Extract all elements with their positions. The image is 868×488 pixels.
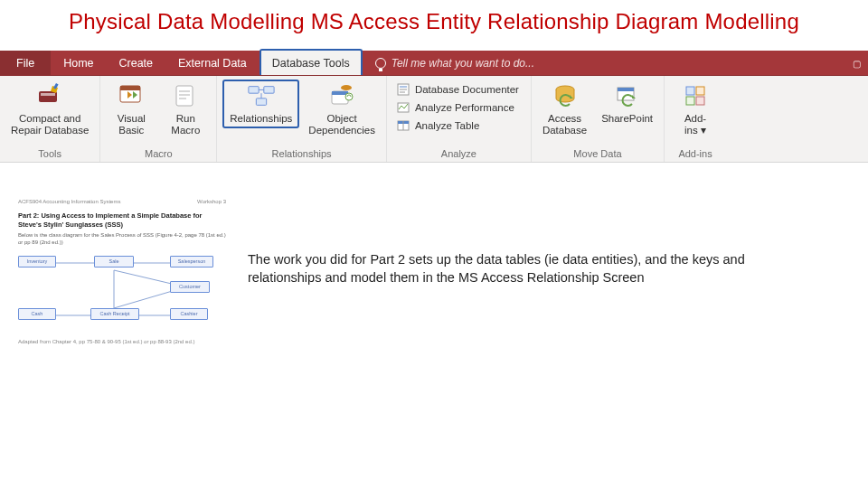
entity-salesperson: Salesperson [170, 256, 213, 267]
relationships-icon [247, 81, 276, 110]
tab-file[interactable]: File [0, 51, 51, 75]
erd-diagram: Inventory Sale Salesperson Customer Cash… [18, 252, 217, 333]
entity-customer: Customer [170, 281, 210, 293]
svg-line-38 [114, 270, 175, 285]
compact-repair-button[interactable]: Compact and Repair Database [5, 80, 94, 136]
run-macro-label: Run Macro [171, 113, 200, 136]
svg-rect-34 [686, 97, 694, 105]
analyze-table-label: Analyze Table [415, 120, 479, 131]
relationships-label: Relationships [230, 113, 292, 125]
entity-sale: Sale [94, 256, 134, 267]
thumb-footer: Adapted from Chapter 4, pp 75-80 & 90-95… [18, 339, 226, 346]
svg-rect-1 [41, 93, 55, 96]
sharepoint-label: SharePoint [601, 113, 653, 125]
group-move-data-label: Move Data [537, 146, 658, 162]
tab-database-tools[interactable]: Database Tools [259, 49, 363, 75]
svg-rect-35 [696, 97, 704, 105]
entity-inventory: Inventory [18, 256, 56, 267]
svg-rect-11 [249, 87, 259, 94]
object-dependencies-icon [327, 81, 356, 110]
group-analyze: Database Documenter Analyze Performance … [387, 76, 532, 162]
analyze-table-icon [396, 118, 410, 133]
compact-repair-label: Compact and Repair Database [11, 113, 89, 136]
tab-create[interactable]: Create [107, 51, 166, 75]
run-macro-icon [171, 81, 200, 110]
visual-basic-button[interactable]: Visual Basic [106, 80, 156, 136]
document-thumbnail: ACFS904 Accounting Information Systems W… [18, 199, 226, 346]
ribbon-tab-strip: File Home Create External Data Database … [0, 51, 868, 76]
group-tools-label: Tools [5, 146, 94, 162]
visual-basic-icon [117, 81, 146, 110]
tell-me-placeholder: Tell me what you want to do... [392, 57, 534, 70]
analyze-performance-label: Analyze Performance [415, 102, 514, 113]
addins-label: Add- ins ▾ [684, 113, 706, 136]
relationships-button[interactable]: Relationships [222, 80, 299, 128]
tab-home[interactable]: Home [51, 51, 106, 75]
group-tools: Compact and Repair Database Tools [0, 76, 100, 162]
group-relationships: Relationships Object Dependencies Relati… [217, 76, 387, 162]
analyze-performance-button[interactable]: Analyze Performance [392, 99, 523, 116]
group-macro: Visual Basic Run Macro Macro [100, 76, 217, 162]
tell-me-search[interactable]: Tell me what you want to do... [363, 51, 534, 75]
tab-external-data[interactable]: External Data [165, 51, 259, 75]
svg-rect-30 [618, 88, 634, 91]
svg-rect-0 [39, 91, 57, 102]
run-macro-button[interactable]: Run Macro [160, 80, 211, 136]
thumb-subtitle: Below is the class diagram for the Sales… [18, 232, 226, 247]
group-analyze-label: Analyze [392, 146, 525, 162]
analyze-performance-icon [396, 100, 410, 115]
access-database-label: Access Database [542, 113, 587, 136]
slide-title: Physical Data Modelling MS Access Entity… [0, 0, 868, 51]
ribbon-collapse-icon[interactable]: ▢ [853, 58, 861, 68]
svg-rect-32 [686, 87, 694, 95]
svg-rect-13 [256, 99, 266, 106]
svg-point-18 [345, 93, 353, 100]
lower-content: ACFS904 Accounting Information Systems W… [0, 163, 868, 346]
database-documenter-label: Database Documenter [415, 84, 519, 95]
visual-basic-label: Visual Basic [118, 113, 146, 136]
entity-cash-receipt: Cash Receipt [90, 308, 139, 320]
object-dependencies-button[interactable]: Object Dependencies [303, 80, 381, 136]
svg-line-42 [114, 290, 175, 308]
group-macro-label: Macro [106, 146, 211, 162]
database-documenter-button[interactable]: Database Documenter [392, 81, 523, 98]
group-addins: Add- ins ▾ Add-ins [665, 76, 726, 162]
addins-button[interactable]: Add- ins ▾ [670, 80, 721, 136]
group-relationships-label: Relationships [222, 146, 381, 162]
thumb-workshop: Workshop 3 [197, 199, 226, 206]
access-database-icon [551, 81, 580, 110]
object-dependencies-label: Object Dependencies [308, 113, 375, 136]
thumb-title: Part 2: Using Access to Implement a Simp… [18, 211, 226, 230]
database-documenter-icon [396, 82, 410, 97]
analyze-table-button[interactable]: Analyze Table [392, 117, 523, 134]
ribbon-body: Compact and Repair Database Tools Visual… [0, 76, 868, 163]
thumb-course: ACFS904 Accounting Information Systems [18, 199, 120, 206]
entity-cash: Cash [18, 308, 56, 320]
sharepoint-icon [613, 81, 642, 110]
svg-rect-12 [264, 87, 274, 94]
svg-rect-7 [176, 86, 193, 106]
sharepoint-button[interactable]: SharePoint [596, 80, 658, 125]
svg-rect-17 [332, 91, 348, 95]
body-paragraph: The work you did for Part 2 sets up the … [248, 199, 754, 346]
svg-rect-33 [696, 87, 704, 95]
addins-icon [681, 81, 710, 110]
lightbulb-icon [375, 58, 386, 69]
access-database-button[interactable]: Access Database [537, 80, 592, 136]
compact-repair-icon [35, 81, 64, 110]
entity-cashier: Cashier [170, 308, 208, 320]
group-move-data: Access Database SharePoint Move Data [532, 76, 665, 162]
svg-rect-4 [120, 86, 140, 90]
group-addins-label: Add-ins [670, 146, 721, 162]
